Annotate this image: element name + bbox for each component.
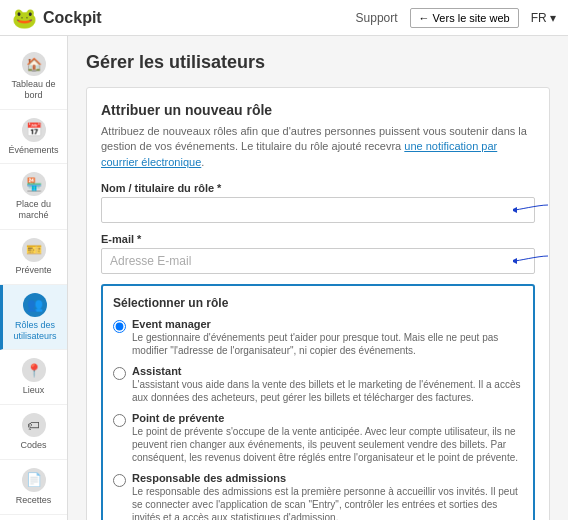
role-desc-assistant: L'assistant vous aide dans la vente des … [132, 378, 523, 404]
support-link[interactable]: Support [356, 11, 398, 25]
email-arrow-annotation [513, 251, 553, 271]
sidebar-item-venues[interactable]: 📍 Lieux [0, 350, 67, 405]
sidebar-item-recipes[interactable]: 📄 Recettes [0, 460, 67, 515]
email-field-group: E-mail * [101, 233, 535, 274]
sidebar-item-events[interactable]: 📅 Événements [0, 110, 67, 165]
role-radio-event_manager[interactable] [113, 320, 126, 333]
name-input[interactable] [101, 197, 535, 223]
language-selector[interactable]: FR ▾ [531, 11, 556, 25]
role-desc-admissions: Le responsable des admissions est la pre… [132, 485, 523, 520]
marketplace-icon: 🏪 [22, 172, 46, 196]
email-label: E-mail * [101, 233, 535, 245]
name-label: Nom / titulaire du rôle * [101, 182, 535, 194]
header: 🐸 Cockpit Support ← Vers le site web FR … [0, 0, 568, 36]
frog-icon: 🐸 [12, 6, 37, 30]
events-label: Événements [8, 145, 58, 156]
codes-icon: 🏷 [22, 413, 46, 437]
role-name-point_de_prevente: Point de prévente [132, 412, 523, 424]
role-name-event_manager: Event manager [132, 318, 523, 330]
main-content: Gérer les utilisateurs Attribuer un nouv… [68, 36, 568, 520]
role-options: Event manager Le gestionnaire d'événemen… [113, 318, 523, 520]
sidebar: 🏠 Tableau de bord 📅 Événements 🏪 Place d… [0, 36, 68, 520]
sidebar-item-prevent[interactable]: 🎫 Prévente [0, 230, 67, 285]
role-radio-admissions[interactable] [113, 474, 126, 487]
users-label: Rôles des utilisateurs [7, 320, 63, 342]
header-right: Support ← Vers le site web FR ▾ [356, 8, 556, 28]
role-radio-point_de_prevente[interactable] [113, 414, 126, 427]
email-input[interactable] [101, 248, 535, 274]
role-desc-event_manager: Le gestionnaire d'événements peut t'aide… [132, 331, 523, 357]
sidebar-item-dashboard[interactable]: 🏠 Tableau de bord [0, 44, 67, 110]
prevent-icon: 🎫 [22, 238, 46, 262]
role-option-assistant: Assistant L'assistant vous aide dans la … [113, 365, 523, 404]
section1-title: Attribuer un nouveau rôle [101, 102, 535, 118]
venues-icon: 📍 [22, 358, 46, 382]
sidebar-item-users[interactable]: 👥 Rôles des utilisateurs [0, 285, 67, 351]
codes-label: Codes [20, 440, 46, 451]
site-button[interactable]: ← Vers le site web [410, 8, 519, 28]
marketplace-label: Place du marché [4, 199, 63, 221]
logo-text: Cockpit [43, 9, 102, 27]
role-radio-assistant[interactable] [113, 367, 126, 380]
prevent-label: Prévente [15, 265, 51, 276]
role-name-assistant: Assistant [132, 365, 523, 377]
name-field-group: Nom / titulaire du rôle * [101, 182, 535, 223]
role-selection-box: Sélectionner un rôle Event manager Le ge… [101, 284, 535, 520]
sidebar-item-marketplace[interactable]: 🏪 Place du marché [0, 164, 67, 230]
sidebar-item-codes[interactable]: 🏷 Codes [0, 405, 67, 460]
assign-role-section: Attribuer un nouveau rôle Attribuez de n… [86, 87, 550, 520]
logo: 🐸 Cockpit [12, 6, 102, 30]
dashboard-label: Tableau de bord [4, 79, 63, 101]
role-box-title: Sélectionner un rôle [113, 296, 523, 310]
section1-desc: Attribuez de nouveaux rôles afin que d'a… [101, 124, 535, 170]
role-option-admissions: Responsable des admissions Le responsabl… [113, 472, 523, 520]
role-name-admissions: Responsable des admissions [132, 472, 523, 484]
name-arrow-annotation [513, 200, 553, 220]
role-option-event_manager: Event manager Le gestionnaire d'événemen… [113, 318, 523, 357]
recipes-label: Recettes [16, 495, 52, 506]
users-icon: 👥 [23, 293, 47, 317]
events-icon: 📅 [22, 118, 46, 142]
role-desc-point_de_prevente: Le point de prévente s'occupe de la vent… [132, 425, 523, 464]
recipes-icon: 📄 [22, 468, 46, 492]
sidebar-item-calendar[interactable]: 📆 Propre calendrier [0, 515, 67, 520]
layout: 🏠 Tableau de bord 📅 Événements 🏪 Place d… [0, 36, 568, 520]
dashboard-icon: 🏠 [22, 52, 46, 76]
page-title: Gérer les utilisateurs [86, 52, 550, 73]
role-option-point_de_prevente: Point de prévente Le point de prévente s… [113, 412, 523, 464]
email-link[interactable]: une notification par courrier électroniq… [101, 140, 497, 167]
venues-label: Lieux [23, 385, 45, 396]
